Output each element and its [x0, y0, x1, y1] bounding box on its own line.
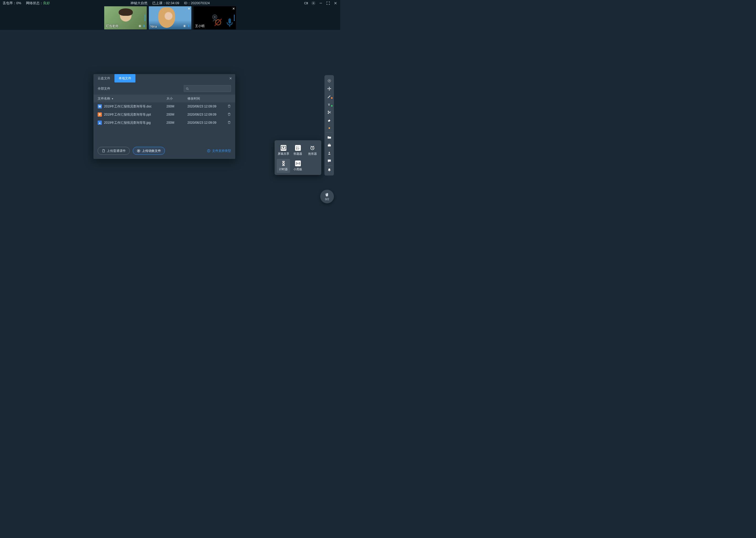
hand-raise-counter[interactable]: 0/2	[320, 190, 334, 203]
file-size: 200M	[166, 113, 187, 116]
svg-rect-0	[305, 2, 307, 4]
camera-icon	[138, 25, 141, 28]
search-icon	[186, 87, 189, 90]
svg-rect-7	[144, 25, 145, 27]
laser-pointer-tool[interactable]	[324, 77, 334, 84]
camera-icon	[183, 25, 186, 28]
mic-icon	[187, 25, 190, 28]
col-name[interactable]: 文件名称	[98, 96, 166, 101]
chat-tool[interactable]	[324, 157, 334, 165]
tool-screen-share[interactable]: 屏幕共享	[277, 143, 290, 157]
bell-tool[interactable]	[324, 166, 334, 174]
delete-icon[interactable]	[227, 104, 235, 109]
supported-types-link[interactable]: 文件支持类型	[207, 149, 231, 153]
svg-point-9	[184, 26, 185, 27]
file-time: 2020/06/23 12:09:09	[187, 121, 227, 125]
screen-share-icon	[281, 145, 286, 151]
elapsed-time: 已上课：02:34:09	[152, 1, 179, 6]
participant-name: 叮当老师	[106, 24, 118, 28]
col-size[interactable]: 大小	[166, 96, 187, 101]
file-row[interactable]: W2019年工作汇报情况查询等等.doc 200M 2020/06/23 12:…	[93, 102, 235, 111]
participant-tile[interactable]: ✕ Nina	[149, 6, 191, 29]
right-toolbar: T	[324, 75, 334, 176]
minimize-icon[interactable]	[319, 1, 323, 5]
participant-name: 王小明	[195, 24, 205, 28]
tab-cloud-files[interactable]: 云盘文件	[93, 74, 115, 82]
svg-point-30	[328, 113, 329, 114]
participant-strip: 叮当老师 ✕ Nina ✕ 王小明	[0, 6, 340, 30]
participant-tile[interactable]: ✕ 王小明	[193, 6, 236, 29]
class-title: 神秘大自然	[130, 1, 148, 6]
hourglass-icon	[281, 161, 286, 166]
file-dialog: 云盘文件 本地文件 ✕ 全部文件 文件名称 大小 修改时间 W2019年工作汇报…	[93, 74, 235, 159]
camera-muted-icon	[213, 17, 223, 28]
svg-text:T: T	[328, 103, 330, 106]
close-window-icon[interactable]	[333, 1, 338, 5]
file-row[interactable]: ▲2019年工作汇报情况查询等等.jpg 200M 2020/06/23 12:…	[93, 119, 235, 127]
session-id: ID：2020070324	[184, 1, 210, 6]
record-icon[interactable]	[304, 1, 308, 5]
svg-rect-17	[228, 19, 231, 24]
play-circle-icon	[137, 149, 140, 153]
delete-icon[interactable]	[227, 121, 235, 125]
settings-icon[interactable]	[311, 1, 315, 5]
info-icon	[207, 149, 211, 153]
answer-device-icon: A ✓B ✗	[295, 145, 301, 151]
scissors-tool[interactable]	[324, 108, 334, 116]
top-status-bar: 丢包率：0% 网络状态：良好 神秘大自然 已上课：02:34:09 ID：202…	[0, 0, 340, 6]
svg-point-19	[186, 87, 188, 89]
teaching-tools-popup: 屏幕共享 A ✓B ✗ 答题器 抢答器 计时器 2+3 小黑板	[275, 140, 321, 175]
file-size: 200M	[166, 105, 187, 108]
tab-local-files[interactable]: 本地文件	[115, 74, 135, 82]
file-row[interactable]: P2019年工作汇报情况查询等等.ppt 200M 2020/06/23 12:…	[93, 111, 235, 119]
mini-board-icon: 2+3	[295, 161, 301, 166]
hand-icon	[325, 192, 329, 197]
tile-close-icon[interactable]: ✕	[188, 7, 190, 11]
fullscreen-icon[interactable]	[326, 1, 330, 5]
svg-rect-32	[328, 144, 330, 146]
mic-icon	[224, 17, 235, 28]
upload-normal-button[interactable]: 上传普通课件	[98, 147, 130, 155]
tool-timer[interactable]: 计时器	[277, 159, 290, 173]
text-tool[interactable]: T	[324, 100, 334, 108]
shapes-tool[interactable]	[324, 124, 334, 132]
upload-effect-button[interactable]: 上传动效文件	[133, 147, 165, 155]
svg-point-33	[329, 152, 330, 153]
svg-rect-11	[188, 25, 189, 27]
image-icon: ▲	[98, 121, 102, 125]
doc-icon: W	[98, 104, 102, 108]
svg-point-31	[328, 127, 330, 129]
participant-tile[interactable]: 叮当老师	[104, 6, 147, 29]
pen-tool[interactable]	[324, 92, 334, 100]
dialog-close-icon[interactable]: ✕	[226, 77, 235, 81]
tool-buzzer[interactable]: 抢答器	[306, 143, 319, 157]
tool-answer[interactable]: A ✓B ✗ 答题器	[291, 143, 305, 157]
alarm-icon	[309, 145, 315, 151]
file-time: 2020/06/23 12:09:09	[187, 113, 227, 116]
file-time: 2020/06/23 12:09:09	[187, 105, 227, 108]
search-input[interactable]	[184, 85, 231, 92]
svg-point-5	[139, 26, 141, 27]
delete-icon[interactable]	[227, 112, 235, 117]
packet-loss: 丢包率：0%	[3, 1, 21, 6]
file-size: 200M	[166, 121, 187, 125]
col-time[interactable]: 修改时间	[187, 96, 227, 101]
svg-point-29	[328, 111, 329, 112]
table-header: 文件名称 大小 修改时间	[93, 94, 235, 102]
filter-all-label[interactable]: 全部文件	[98, 86, 181, 91]
folder-tool[interactable]	[324, 133, 334, 141]
toolbox-tool[interactable]	[324, 141, 334, 149]
hand-count: 0/2	[325, 197, 329, 201]
tool-blackboard[interactable]: 2+3 小黑板	[291, 159, 305, 173]
svg-point-1	[313, 3, 314, 4]
move-tool[interactable]	[324, 84, 334, 92]
participants-tool[interactable]	[324, 149, 334, 157]
mic-icon	[143, 25, 146, 28]
network-status: 网络状态：良好	[26, 1, 50, 6]
participant-name: Nina	[150, 25, 157, 28]
svg-line-20	[188, 89, 189, 90]
ppt-icon: P	[98, 112, 102, 117]
eraser-tool[interactable]	[324, 116, 334, 124]
document-icon	[102, 149, 105, 153]
tile-close-icon[interactable]: ✕	[232, 7, 235, 11]
